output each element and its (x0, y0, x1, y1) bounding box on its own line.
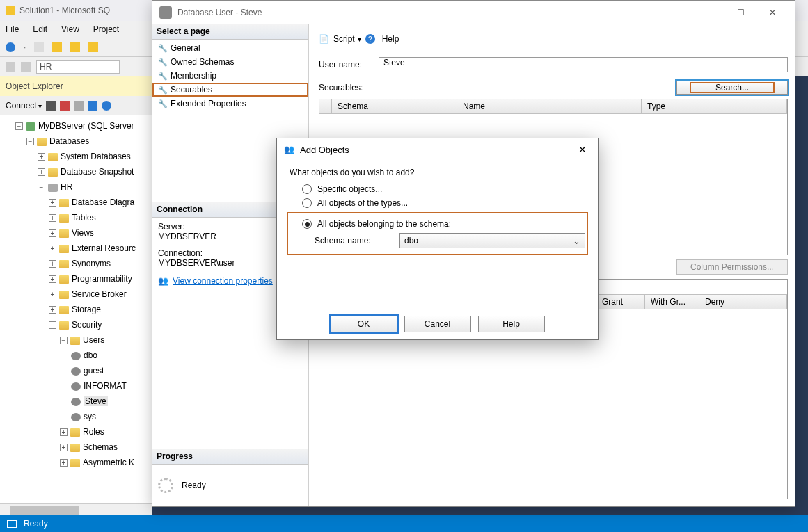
tree-roles[interactable]: Roles (83, 427, 104, 437)
col-deny[interactable]: Deny (699, 295, 787, 309)
database-selector[interactable]: HR (36, 60, 120, 74)
add-objects-title: Add Objects (300, 145, 349, 155)
save-icon[interactable] (88, 42, 98, 52)
close-button[interactable]: ✕ (756, 2, 788, 23)
tree-hr[interactable]: HR (61, 182, 72, 192)
oe-filter-icon[interactable] (88, 101, 97, 111)
tool-icon-2[interactable] (21, 62, 31, 72)
ok-button[interactable]: OK (331, 316, 397, 332)
tree-asym[interactable]: Asymmetric K (83, 458, 134, 467)
col-schema[interactable]: Schema (332, 99, 457, 113)
tree-snap[interactable]: Database Snapshot (61, 167, 134, 177)
tree-databases[interactable]: Databases (49, 136, 89, 146)
folder-icon (37, 138, 47, 146)
tree-user-steve[interactable]: Steve (84, 396, 108, 406)
add-objects-close-button[interactable]: ✕ (574, 141, 591, 158)
tree-toggle[interactable]: + (49, 275, 56, 283)
progress-value: Ready (182, 481, 206, 490)
page-extended-properties[interactable]: Extended Properties (152, 97, 308, 111)
nav-separator: · (24, 42, 26, 52)
new-query-icon[interactable] (52, 42, 62, 52)
tree-syn[interactable]: Synonyms (72, 259, 111, 268)
script-dropdown[interactable]: Script (333, 34, 361, 44)
maximize-button[interactable]: ☐ (725, 2, 756, 23)
folder-icon (59, 321, 69, 330)
page-general[interactable]: General (152, 41, 308, 55)
object-explorer-tree[interactable]: −MyDBServer (SQL Server −Databases +Syst… (0, 115, 152, 515)
database-icon (48, 184, 58, 192)
tree-toggle[interactable]: + (60, 444, 68, 451)
tree-views[interactable]: Views (72, 228, 94, 238)
radio-icon (302, 198, 312, 208)
radio-schema[interactable]: All objects belonging to the schema: (302, 219, 585, 229)
open-file-icon[interactable] (70, 42, 80, 52)
menu-project[interactable]: Project (93, 24, 119, 34)
ssms-app-icon (6, 6, 15, 15)
tree-toggle[interactable]: + (49, 245, 56, 252)
nav-fwd-icon[interactable] (34, 42, 44, 52)
oe-disconnect-icon[interactable] (60, 101, 70, 111)
tree-toggle[interactable]: + (49, 229, 56, 237)
tree-server[interactable]: MyDBServer (SQL Server (38, 121, 134, 131)
tree-users[interactable]: Users (83, 335, 104, 345)
col-withgrant[interactable]: With Gr... (645, 295, 699, 309)
radio-all-types[interactable]: All objects of the types... (302, 198, 585, 208)
help-button[interactable]: Help (478, 316, 545, 332)
page-membership[interactable]: Membership (152, 69, 308, 83)
view-connection-link[interactable]: View connection properties (173, 276, 273, 286)
tree-extres[interactable]: External Resourc (72, 243, 136, 253)
tree-toggle[interactable]: + (38, 168, 45, 176)
oe-icon-3[interactable] (74, 101, 84, 111)
tree-toggle[interactable]: + (38, 153, 45, 161)
tree-tables[interactable]: Tables (72, 213, 96, 223)
tree-toggle[interactable]: − (49, 321, 56, 329)
menu-edit[interactable]: Edit (33, 24, 47, 34)
tree-hscrollbar[interactable] (0, 503, 152, 515)
tree-toggle[interactable]: + (60, 459, 68, 467)
search-button-label: Search... (690, 83, 774, 92)
radio-specific-objects[interactable]: Specific objects... (302, 184, 585, 194)
tree-toggle[interactable]: + (60, 428, 68, 436)
oe-refresh-icon[interactable] (102, 101, 111, 111)
page-owned-schemas[interactable]: Owned Schemas (152, 55, 308, 69)
tree-prog[interactable]: Programmability (72, 274, 132, 284)
page-securables[interactable]: Securables (152, 83, 308, 97)
tree-user-dbo[interactable]: dbo (84, 350, 97, 360)
minimize-button[interactable]: — (694, 2, 725, 23)
tree-toggle[interactable]: + (49, 306, 56, 314)
tree-storage[interactable]: Storage (72, 305, 101, 314)
menu-file[interactable]: File (6, 24, 19, 34)
tree-user-sys[interactable]: sys (84, 412, 96, 421)
col-grant[interactable]: Grant (596, 295, 645, 309)
tree-schemas[interactable]: Schemas (83, 442, 118, 452)
help-link[interactable]: Help (382, 34, 399, 44)
tree-sbrok[interactable]: Service Broker (72, 289, 127, 299)
tree-toggle[interactable]: − (38, 184, 45, 191)
tree-user-info[interactable]: INFORMAT (84, 381, 127, 391)
col-name[interactable]: Name (457, 99, 642, 113)
tree-toggle[interactable]: + (49, 199, 56, 207)
col-type[interactable]: Type (642, 99, 787, 113)
tree-user-guest[interactable]: guest (84, 366, 104, 376)
tree-toggle[interactable]: + (49, 214, 56, 222)
nav-back-icon[interactable] (6, 42, 15, 52)
folder-icon (48, 153, 58, 161)
tool-icon-1[interactable] (6, 62, 15, 72)
search-button[interactable]: Search... (676, 81, 788, 95)
connect-dropdown[interactable]: Connect (6, 101, 42, 111)
scrollbar-thumb[interactable] (10, 506, 79, 515)
tree-toggle[interactable]: − (60, 337, 68, 344)
menu-view[interactable]: View (61, 24, 79, 34)
tree-sysdb[interactable]: System Databases (61, 152, 131, 161)
tree-toggle[interactable]: − (15, 122, 23, 130)
tree-toggle[interactable]: + (49, 260, 56, 268)
oe-icon-1[interactable] (46, 101, 56, 111)
user-name-input[interactable]: Steve (379, 57, 788, 72)
status-icon (7, 520, 17, 528)
schema-name-combo[interactable]: dbo (399, 233, 585, 248)
tree-toggle[interactable]: + (49, 291, 56, 298)
cancel-button[interactable]: Cancel (404, 316, 471, 332)
tree-diag[interactable]: Database Diagra (72, 198, 134, 207)
tree-toggle[interactable]: − (26, 138, 34, 145)
tree-security[interactable]: Security (72, 320, 102, 330)
